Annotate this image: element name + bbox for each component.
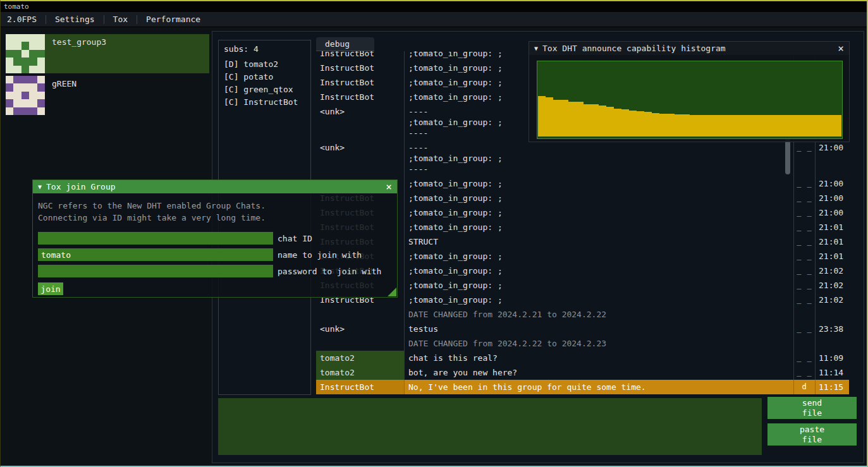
histogram-window[interactable]: ▼ Tox DHT announce capability histogram … — [529, 41, 850, 142]
window-titlebar[interactable]: tomato — [1, 1, 867, 12]
message-time: 21:01 — [816, 234, 849, 249]
menu-separator — [46, 15, 46, 24]
collapse-arrow-icon[interactable]: ▼ — [534, 45, 538, 52]
message-sender: InstructBot — [316, 380, 405, 394]
send-file-button[interactable]: sendfile — [767, 397, 857, 419]
message-time: 21:01 — [816, 220, 849, 234]
histogram-bar — [720, 115, 728, 136]
message-status: _ _ — [793, 140, 816, 176]
histogram-bar — [811, 115, 819, 136]
message-text: ----;tomato_in_group: ;---- — [405, 140, 793, 176]
app-window: tomato 2.0FPS Settings Tox Performance t… — [0, 0, 868, 467]
message-row[interactable]: DATE CHANGED from 2024.2.22 to 2024.2.23 — [316, 336, 849, 351]
message-text: testus — [405, 322, 793, 336]
close-icon[interactable]: × — [386, 182, 392, 192]
message-row[interactable]: InstructBotNo, I've been in this group f… — [316, 380, 849, 394]
menubar: 2.0FPS Settings Tox Performance — [1, 12, 867, 27]
message-text: DATE CHANGED from 2024.2.22 to 2024.2.23 — [405, 336, 793, 351]
message-text: No, I've been in this group for quite so… — [405, 380, 793, 394]
join-group-window[interactable]: ▼ Tox join Group × NGC refers to the New… — [32, 179, 398, 298]
menu-separator — [137, 15, 137, 24]
histogram-bar — [675, 114, 682, 136]
message-sender: InstructBot — [316, 51, 405, 61]
message-time: 23:38 — [816, 322, 849, 336]
fps-counter: 2.0FPS — [1, 12, 43, 27]
member-list: [D] tomato2[C] potato[C] green_qtox[C] I… — [219, 58, 310, 109]
message-status: _ _ — [793, 293, 816, 307]
histogram-bar — [568, 102, 576, 136]
menu-tox[interactable]: Tox — [107, 12, 134, 27]
message-status: _ _ — [793, 205, 816, 220]
message-status: _ _ — [793, 220, 816, 234]
histogram-bar — [561, 100, 568, 137]
message-time: 21:01 — [816, 249, 849, 264]
member-item[interactable]: [C] green_qtox — [219, 83, 310, 96]
histogram-bar — [705, 115, 712, 136]
message-row[interactable]: <unk>testus_ _23:38 — [316, 322, 849, 336]
message-status: _ _ — [793, 351, 816, 365]
histogram-bar — [637, 111, 644, 136]
close-icon[interactable]: × — [838, 44, 844, 54]
collapse-arrow-icon[interactable]: ▼ — [38, 183, 42, 190]
contact-item-test_group3[interactable]: test_group3 — [6, 34, 209, 73]
message-row[interactable]: tomato2bot, are you new here?_ _11:14 — [316, 365, 849, 380]
menu-separator — [104, 15, 104, 24]
message-text: ;tomato_in_group: ; — [405, 220, 793, 234]
window-title: tomato — [4, 3, 29, 11]
contact-avatar — [6, 34, 45, 73]
histogram-bar — [766, 115, 773, 136]
histogram-bar — [804, 115, 811, 136]
member-item[interactable]: [C] potato — [219, 71, 310, 83]
join-window-body: NGC refers to the New DHT enabled Group … — [33, 193, 397, 295]
message-sender: tomato2 — [316, 365, 405, 380]
message-sender: InstructBot — [316, 75, 405, 90]
message-time: 21:00 — [816, 191, 849, 205]
message-input[interactable] — [218, 398, 762, 455]
histogram-bar — [781, 115, 788, 136]
message-status: _ _ — [793, 278, 816, 293]
histogram-bar — [728, 115, 735, 136]
message-sender: tomato2 — [316, 351, 405, 365]
join-input-chat-ID[interactable] — [38, 232, 273, 245]
histogram-bar — [773, 115, 781, 136]
message-time: 11:15 — [816, 380, 849, 394]
join-input-password-to-join-with[interactable] — [38, 265, 273, 277]
menu-performance[interactable]: Performance — [140, 12, 207, 27]
contact-item-gREEN[interactable]: gREEN — [6, 76, 209, 115]
join-button[interactable]: join — [38, 282, 63, 295]
contact-avatar — [6, 76, 45, 115]
histogram-bar — [576, 102, 584, 136]
histogram-bars — [538, 63, 841, 136]
message-time: 21:00 — [816, 176, 849, 191]
menu-settings[interactable]: Settings — [49, 12, 101, 27]
message-status: _ _ — [793, 176, 816, 191]
message-sender: <unk> — [316, 140, 405, 176]
message-time: 21:00 — [816, 140, 849, 176]
message-status: _ _ — [793, 322, 816, 336]
message-row[interactable]: <unk>----;tomato_in_group: ;----_ _21:00 — [316, 140, 849, 176]
join-input-name-to-join-with[interactable] — [38, 248, 273, 261]
message-text: bot, are you new here? — [405, 365, 793, 380]
histogram-bar — [758, 115, 766, 136]
member-item[interactable]: [C] InstructBot — [219, 96, 310, 109]
histogram-window-titlebar[interactable]: ▼ Tox DHT announce capability histogram … — [529, 42, 849, 55]
histogram-bar — [796, 115, 804, 136]
histogram-bar — [834, 115, 841, 136]
message-row[interactable]: DATE CHANGED from 2024.2.21 to 2024.2.22 — [316, 307, 849, 322]
message-sender — [316, 336, 405, 351]
join-info-line: NGC refers to the New DHT enabled Group … — [38, 200, 392, 212]
join-window-titlebar[interactable]: ▼ Tox join Group × — [33, 180, 397, 193]
paste-file-button[interactable]: pastefile — [767, 423, 857, 446]
message-row[interactable]: tomato2chat is this real?_ _11:09 — [316, 351, 849, 365]
tab-debug[interactable]: debug — [316, 37, 374, 51]
message-status — [793, 336, 816, 351]
resize-grip[interactable] — [388, 288, 396, 296]
histogram-bar — [614, 109, 621, 136]
histogram-bar — [553, 100, 561, 137]
message-sender: InstructBot — [316, 90, 405, 104]
histogram-bar — [735, 115, 743, 136]
member-item[interactable]: [D] tomato2 — [219, 58, 310, 71]
subs-count: subs: 4 — [219, 40, 310, 56]
message-sender: <unk> — [316, 104, 405, 140]
message-text: STRUCT — [405, 234, 793, 249]
